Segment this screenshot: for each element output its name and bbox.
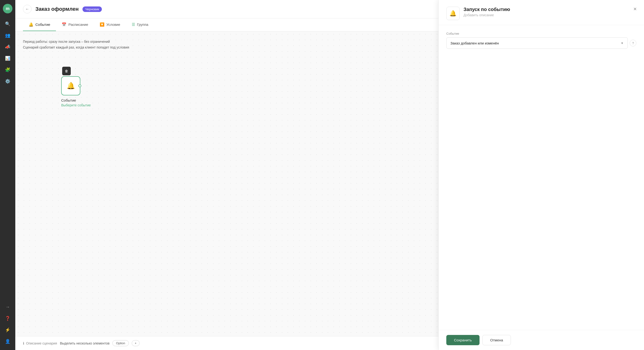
- sidebar-item-help[interactable]: ❓: [3, 314, 12, 323]
- tab-event[interactable]: 🔔 Событие: [23, 18, 56, 31]
- draft-badge: Черновик: [82, 6, 102, 12]
- event-select[interactable]: Заказ добавлен или изменён Заказ создан …: [446, 37, 628, 49]
- panel-overlay: 🔔 Запуск по событию Добавить описание ✕ …: [438, 0, 644, 350]
- tab-group[interactable]: ☰ Группа: [126, 18, 154, 31]
- sidebar-logo: m: [3, 4, 12, 14]
- help-icon[interactable]: ?: [630, 40, 636, 46]
- filter-icon: 🔽: [100, 22, 104, 27]
- panel-header: 🔔 Запуск по событию Добавить описание ✕: [439, 0, 644, 25]
- sidebar-item-megaphone[interactable]: 📣: [3, 42, 12, 52]
- calendar-icon: 📅: [62, 22, 66, 27]
- panel-close-button[interactable]: ✕: [632, 6, 638, 12]
- info-icon: ℹ: [23, 342, 24, 345]
- scenario-description-label: Описание сценария: [26, 342, 57, 345]
- select-multiple-label: Выделить несколько элементов: [60, 342, 110, 345]
- node-bell-icon: 🔔: [67, 82, 75, 90]
- sidebar-item-lightning[interactable]: ⚡: [3, 325, 12, 335]
- save-button[interactable]: Сохранить: [446, 335, 480, 345]
- sidebar-item-chart[interactable]: 📊: [3, 54, 12, 63]
- tab-condition[interactable]: 🔽 Условие: [94, 18, 126, 31]
- delete-node-button[interactable]: 🗑: [62, 67, 71, 75]
- panel-bell-icon: 🔔: [450, 10, 456, 17]
- tab-event-label: Событие: [36, 22, 50, 26]
- tab-schedule[interactable]: 📅 Расписание: [56, 18, 94, 31]
- sidebar-item-settings[interactable]: ⚙️: [3, 76, 12, 86]
- list-icon: ☰: [132, 22, 135, 27]
- question-mark-icon: ?: [632, 41, 634, 45]
- event-node[interactable]: 🔔: [61, 76, 80, 96]
- tab-group-label: Группа: [137, 22, 148, 26]
- sidebar-item-user[interactable]: 👤: [3, 336, 12, 346]
- tab-condition-label: Условие: [106, 22, 120, 26]
- panel-subtitle[interactable]: Добавить описание: [464, 13, 510, 17]
- node-label: Событие: [61, 98, 76, 102]
- sidebar-item-arrow[interactable]: →: [3, 302, 12, 312]
- sidebar-item-puzzle[interactable]: 🧩: [3, 65, 12, 74]
- back-button[interactable]: ←: [23, 5, 32, 14]
- event-field-label: Событие: [446, 32, 636, 36]
- select-event-link[interactable]: Выберите событие: [61, 103, 91, 107]
- cancel-button[interactable]: Отмена: [482, 335, 511, 345]
- tab-schedule-label: Расписание: [68, 22, 88, 26]
- panel-title-area: Запуск по событию Добавить описание: [464, 7, 510, 17]
- panel-body: Событие Заказ добавлен или изменён Заказ…: [439, 25, 644, 330]
- bottombar-info: ℹ Описание сценария: [23, 342, 57, 345]
- sidebar: m 🔍 👥 📣 📊 🧩 ⚙️ → ❓ ⚡ 👤: [0, 0, 15, 350]
- sidebar-item-users[interactable]: 👥: [3, 30, 12, 40]
- panel-icon-box: 🔔: [446, 7, 460, 20]
- trash-icon: 🗑: [65, 69, 68, 73]
- close-icon: ✕: [633, 6, 637, 12]
- event-select-wrapper: Заказ добавлен или изменён Заказ создан …: [446, 37, 636, 49]
- bell-icon: 🔔: [29, 22, 34, 27]
- back-icon: ←: [25, 7, 29, 11]
- page-title: Заказ оформлен: [36, 6, 79, 12]
- option-badge: Option: [112, 340, 128, 346]
- sidebar-item-search[interactable]: 🔍: [3, 19, 12, 29]
- main-area: ← Заказ оформлен Черновик 🔔 Событие 📅 Ра…: [15, 0, 644, 350]
- panel-footer: Сохранить Отмена: [439, 330, 644, 350]
- panel-title: Запуск по событию: [464, 7, 510, 12]
- plus-badge: +: [132, 340, 140, 346]
- node-connector-dot: [78, 84, 81, 87]
